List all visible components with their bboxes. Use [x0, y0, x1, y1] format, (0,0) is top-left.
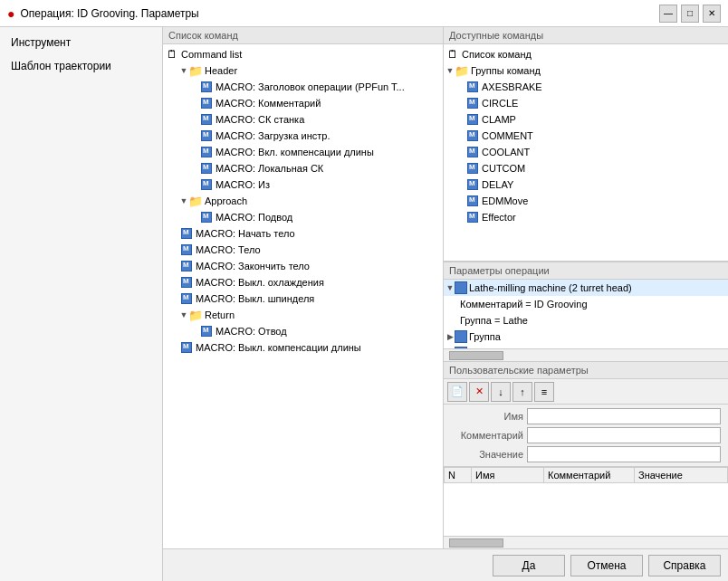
op-horiz-scroll[interactable]: [444, 348, 728, 361]
c2-label: CIRCLE: [482, 98, 518, 109]
expand-gruppa: ▶: [445, 332, 455, 341]
name-input[interactable]: [527, 408, 721, 424]
close-button[interactable]: ✕: [703, 5, 721, 23]
avail-c4[interactable]: COMMENT: [445, 128, 726, 144]
cmd-icon-c9: [465, 210, 480, 224]
tree-node-m13[interactable]: MACRO: Выкл. шпинделя: [165, 290, 441, 307]
command-list-scroll[interactable]: 🗒 Command list ▼ 📁 Header: [163, 44, 443, 357]
avail-c2[interactable]: CIRCLE: [445, 95, 726, 111]
cmdlist-label: Command list: [181, 49, 242, 60]
c9-label: Effector: [482, 212, 516, 223]
macro-icon-m9: [179, 226, 194, 241]
avail-c9[interactable]: Effector: [445, 209, 726, 225]
tree-node-m3[interactable]: MACRO: СК станка: [165, 111, 441, 128]
title-bar-controls: — □ ✕: [659, 5, 721, 23]
m13-label: MACRO: Выкл. шпинделя: [196, 293, 314, 304]
op-group[interactable]: Группа = Lathe: [444, 312, 728, 329]
gruppa-icon: [455, 330, 467, 343]
tree-node-approach[interactable]: ▼ 📁 Approach: [165, 193, 441, 209]
macro-icon-m8: [199, 210, 214, 224]
main-layout: Инструмент Шаблон траектории Список кома…: [0, 27, 728, 581]
macro-icon-m15: [179, 340, 194, 355]
cmd-icon-c7: [465, 177, 480, 192]
op-scroll-thumb[interactable]: [449, 351, 503, 360]
tree-node-m14[interactable]: MACRO: Отвод: [165, 323, 441, 339]
user-btn-list[interactable]: ≡: [534, 382, 554, 402]
c8-label: EDMMove: [482, 195, 528, 206]
tree-node-return[interactable]: ▼ 📁 Return: [165, 307, 441, 323]
sidebar-item-trajectory[interactable]: Шаблон траектории: [0, 54, 162, 78]
op-machine[interactable]: ▼ Lathe-milling machine (2 turret head): [444, 280, 728, 296]
form-row-name: Имя: [451, 408, 721, 424]
avail-c3[interactable]: CLAMP: [445, 111, 726, 128]
machine-label: Lathe-milling machine (2 turret head): [469, 282, 632, 293]
avail-c1[interactable]: AXESBRAKE: [445, 79, 726, 95]
tree-node-m1[interactable]: MACRO: Заголовок операции (PPFun T...: [165, 79, 441, 95]
op-comment[interactable]: Комментарий = ID Grooving: [444, 296, 728, 312]
comment-input[interactable]: [527, 427, 721, 443]
return-label: Return: [205, 310, 235, 320]
op-gruppa[interactable]: ▶ Группа: [444, 329, 728, 345]
bottom-right: Параметры операции ▼ Lathe-milling machi…: [444, 262, 728, 548]
avail-c7[interactable]: DELAY: [445, 176, 726, 193]
tree-node-m11[interactable]: MACRO: Закончить тело: [165, 258, 441, 274]
tree-node-m10[interactable]: MACRO: Тело: [165, 242, 441, 258]
title-bar: ● Операция: ID Grooving. Параметры — □ ✕: [0, 0, 728, 27]
c5-label: COOLANT: [482, 147, 530, 157]
c7-label: DELAY: [482, 179, 513, 190]
m1-label: MACRO: Заголовок операции (PPFun T...: [216, 81, 405, 92]
col-value: Значение: [635, 468, 728, 483]
folder-icon-groups: 📁: [455, 63, 469, 78]
user-btn-down[interactable]: ↓: [491, 382, 511, 402]
avail-c6[interactable]: CUTCOM: [445, 160, 726, 176]
cancel-button[interactable]: Отмена: [570, 555, 643, 576]
maximize-button[interactable]: □: [681, 5, 699, 23]
ok-button[interactable]: Да: [493, 555, 565, 576]
tree-node-m6[interactable]: MACRO: Локальная СК: [165, 160, 441, 176]
tree-node-header[interactable]: ▼ 📁 Header: [165, 62, 441, 79]
c3-label: CLAMP: [482, 114, 516, 125]
avail-c8[interactable]: EDMMove: [445, 193, 726, 209]
c4-label: COMMENT: [482, 130, 533, 141]
cmd-icon-c3: [465, 112, 480, 127]
tree-node-m15[interactable]: MACRO: Выкл. компенсации длины: [165, 339, 441, 356]
help-button[interactable]: Справка: [648, 555, 721, 576]
tree-node-m4[interactable]: MACRO: Загрузка инстр.: [165, 128, 441, 144]
folder-icon-header: 📁: [188, 63, 203, 78]
tree-node-m8[interactable]: MACRO: Подвод: [165, 209, 441, 225]
available-panel-header: Доступные команды: [444, 27, 728, 44]
op-group-label: Группа = Lathe: [460, 315, 528, 326]
approach-label: Approach: [205, 195, 247, 206]
tree-node-m5[interactable]: MACRO: Вкл. компенсации длины: [165, 144, 441, 160]
tree-node-m7[interactable]: MACRO: Из: [165, 176, 441, 193]
sidebar-item-instrument[interactable]: Инструмент: [0, 31, 162, 54]
tree-node-m12[interactable]: MACRO: Выкл. охлаждения: [165, 274, 441, 290]
value-input[interactable]: [527, 446, 721, 462]
user-btn-delete[interactable]: ✕: [469, 382, 489, 402]
user-params-header: Пользовательские параметры: [444, 362, 728, 379]
user-horiz-scroll[interactable]: [444, 536, 728, 548]
avail-c5[interactable]: COOLANT: [445, 144, 726, 160]
cmd-icon-c8: [465, 194, 480, 208]
tree-node-cmdlist[interactable]: 🗒 Command list: [165, 46, 441, 62]
tree-node-m2[interactable]: MACRO: Комментарий: [165, 95, 441, 111]
user-btn-up[interactable]: ↑: [512, 382, 532, 402]
macro-icon-m6: [199, 161, 214, 176]
tree-node-m9[interactable]: MACRO: Начать тело: [165, 225, 441, 242]
minimize-button[interactable]: —: [659, 5, 677, 23]
groups-label: Группы команд: [471, 65, 541, 76]
top-pane: Список команд 🗒 Command list: [163, 27, 728, 262]
macro-icon-m2: [199, 96, 214, 110]
user-scroll-thumb[interactable]: [449, 538, 503, 548]
op-comment-label: Комментарий = ID Grooving: [460, 299, 588, 310]
available-scroll[interactable]: 🗒 Список команд ▼ 📁 Группы команд: [444, 44, 728, 261]
avail-cmdlist-icon: 🗒: [445, 47, 460, 62]
avail-groups[interactable]: ▼ 📁 Группы команд: [445, 62, 726, 79]
m14-label: MACRO: Отвод: [216, 326, 287, 337]
avail-cmdlist[interactable]: 🗒 Список команд: [445, 46, 726, 62]
user-btn-new[interactable]: 📄: [447, 382, 467, 402]
form-row-comment: Комментарий: [451, 427, 721, 443]
form-row-value: Значение: [451, 446, 721, 462]
content-area: Список команд 🗒 Command list: [163, 27, 728, 581]
macro-icon-m14: [199, 324, 214, 338]
